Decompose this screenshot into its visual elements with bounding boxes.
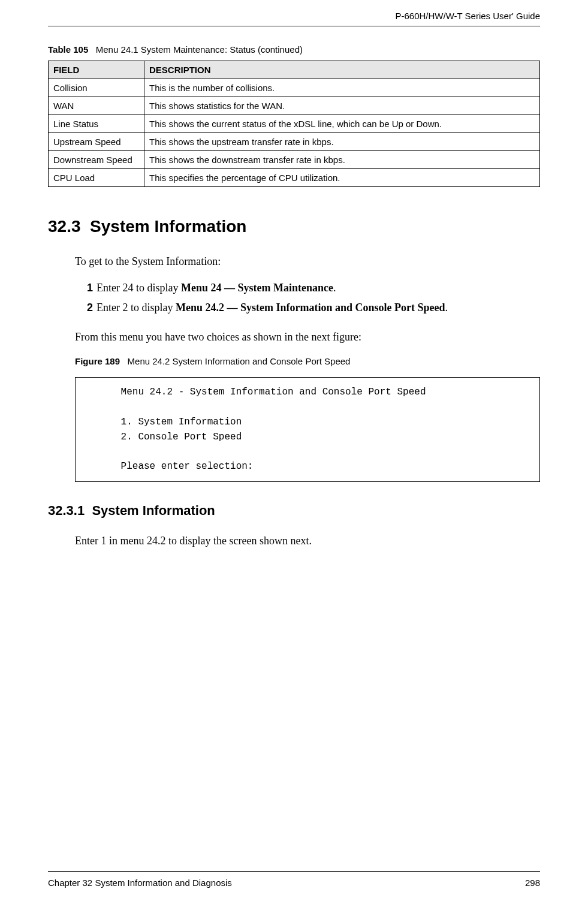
- cell-description: This shows the current status of the xDS…: [144, 115, 540, 133]
- col-field: FIELD: [49, 61, 144, 79]
- page-footer: Chapter 32 System Information and Diagno…: [48, 871, 540, 888]
- section-number: 32.3: [48, 217, 81, 236]
- subsection-number: 32.3.1: [48, 503, 85, 518]
- table-row: WAN This shows statistics for the WAN.: [49, 97, 540, 115]
- page-content: Table 105 Menu 24.1 System Maintenance: …: [48, 26, 540, 548]
- table-label: Table 105: [48, 44, 88, 55]
- subsection-title: System Information: [92, 503, 215, 518]
- cell-field: Upstream Speed: [49, 133, 144, 151]
- table-row: Collision This is the number of collisio…: [49, 79, 540, 97]
- cell-description: This specifies the percentage of CPU uti…: [144, 169, 540, 187]
- step-number: 1: [87, 282, 93, 294]
- figure-label: Figure 189: [75, 356, 120, 366]
- figure-caption: Figure 189 Menu 24.2 System Information …: [75, 356, 540, 366]
- cell-field: WAN: [49, 97, 144, 115]
- subsection-heading: 32.3.1 System Information: [48, 503, 540, 519]
- table-row: Upstream Speed This shows the upstream t…: [49, 133, 540, 151]
- table-header-row: FIELD DESCRIPTION: [49, 61, 540, 79]
- step-text-before: Enter 24 to display: [97, 282, 181, 294]
- col-description: DESCRIPTION: [144, 61, 540, 79]
- cell-field: CPU Load: [49, 169, 144, 187]
- step-item: 1Enter 24 to display Menu 24 — System Ma…: [87, 281, 540, 295]
- step-bold: Menu 24 — System Maintenance: [181, 282, 333, 294]
- figure-caption-text: Menu 24.2 System Information and Console…: [128, 356, 351, 366]
- table-row: Downstream Speed This shows the downstre…: [49, 151, 540, 169]
- footer-page: 298: [525, 878, 540, 888]
- section-intro: To get to the System Information:: [75, 254, 540, 269]
- figure-box: Menu 24.2 - System Information and Conso…: [75, 377, 540, 482]
- cell-description: This shows the downstream transfer rate …: [144, 151, 540, 169]
- step-bold: Menu 24.2 — System Information and Conso…: [176, 302, 445, 314]
- table-row: Line Status This shows the current statu…: [49, 115, 540, 133]
- step-text-after: .: [333, 282, 336, 294]
- subsection-body: Enter 1 in menu 24.2 to display the scre…: [75, 534, 540, 548]
- guide-title: P-660H/HW/W-T Series User' Guide: [395, 11, 540, 21]
- step-text-after: .: [445, 302, 448, 314]
- cell-description: This shows the upstream transfer rate in…: [144, 133, 540, 151]
- step-item: 2Enter 2 to display Menu 24.2 — System I…: [87, 300, 540, 315]
- table-caption: Table 105 Menu 24.1 System Maintenance: …: [48, 44, 540, 55]
- table-row: CPU Load This specifies the percentage o…: [49, 169, 540, 187]
- table-caption-text: Menu 24.1 System Maintenance: Status (co…: [96, 44, 303, 55]
- footer-chapter: Chapter 32 System Information and Diagno…: [48, 878, 232, 888]
- page-header: P-660H/HW/W-T Series User' Guide: [48, 0, 540, 26]
- cell-field: Line Status: [49, 115, 144, 133]
- step-number: 2: [87, 302, 93, 314]
- cell-description: This is the number of collisions.: [144, 79, 540, 97]
- cell-description: This shows statistics for the WAN.: [144, 97, 540, 115]
- cell-field: Collision: [49, 79, 144, 97]
- step-text-before: Enter 2 to display: [97, 302, 176, 314]
- cell-field: Downstream Speed: [49, 151, 144, 169]
- section-heading: 32.3 System Information: [48, 217, 540, 236]
- section-after-steps: From this menu you have two choices as s…: [75, 330, 540, 344]
- steps-list: 1Enter 24 to display Menu 24 — System Ma…: [87, 281, 540, 315]
- section-title: System Information: [90, 217, 246, 236]
- status-table: FIELD DESCRIPTION Collision This is the …: [48, 61, 540, 187]
